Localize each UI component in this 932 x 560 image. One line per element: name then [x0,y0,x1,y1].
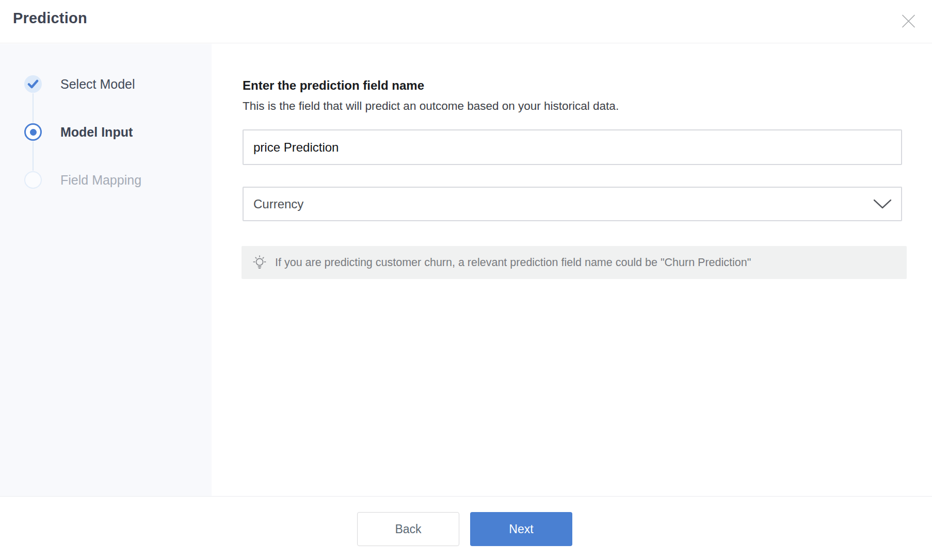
step-model-input[interactable]: Model Input [0,123,212,141]
step-label: Select Model [60,77,135,92]
step-connector [33,93,34,123]
form-heading: Enter the prediction field name [243,78,424,93]
chevron-down-icon [873,199,892,209]
lightbulb-icon [252,255,267,270]
back-button[interactable]: Back [357,512,459,546]
model-input-panel: Enter the prediction field name This is … [212,44,932,496]
empty-circle-icon [24,171,42,189]
step-field-mapping[interactable]: Field Mapping [0,171,212,189]
step-label: Model Input [60,125,133,140]
step-select-model[interactable]: Select Model [0,75,212,93]
close-button[interactable] [899,12,918,30]
page-title: Prediction [13,10,87,27]
prediction-dialog: Prediction Select Model Model In [0,0,932,560]
step-label: Field Mapping [60,173,141,188]
next-button[interactable]: Next [470,512,572,546]
dialog-footer: Back Next [0,496,932,560]
check-icon [24,75,42,93]
prediction-field-name-input[interactable] [243,129,902,165]
step-connector [33,141,34,171]
close-icon [902,14,915,28]
field-type-select[interactable]: Currency [243,187,902,221]
stepper-sidebar: Select Model Model Input Field Mapping [0,44,212,496]
dialog-header: Prediction [0,0,932,43]
form-description: This is the field that will predict an o… [243,100,619,113]
tip-banner: If you are predicting customer churn, a … [242,246,907,279]
field-type-value: Currency [253,197,303,211]
tip-text: If you are predicting customer churn, a … [275,256,751,269]
radio-dot-icon [24,123,42,141]
